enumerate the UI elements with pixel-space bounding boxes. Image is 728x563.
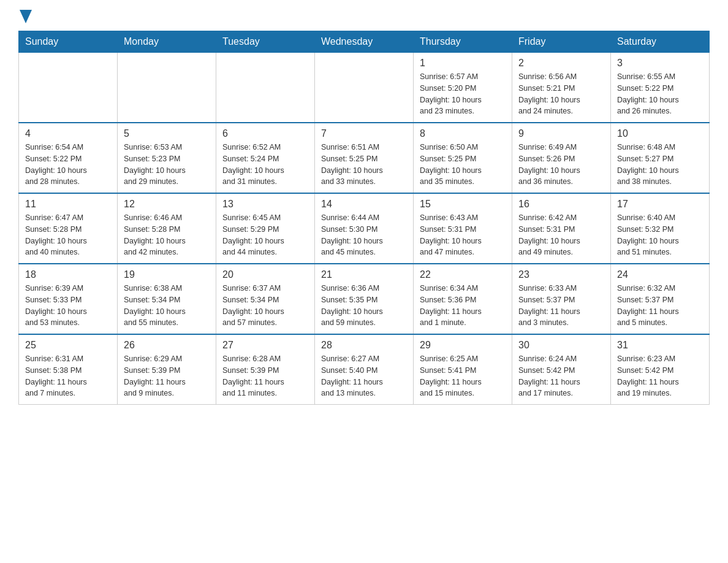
day-info: Sunrise: 6:38 AM Sunset: 5:34 PM Dayligh…	[124, 283, 210, 329]
calendar-cell: 8Sunrise: 6:50 AM Sunset: 5:25 PM Daylig…	[414, 123, 512, 193]
day-info: Sunrise: 6:42 AM Sunset: 5:31 PM Dayligh…	[518, 212, 604, 258]
calendar-cell: 4Sunrise: 6:54 AM Sunset: 5:22 PM Daylig…	[19, 123, 118, 193]
calendar-cell: 25Sunrise: 6:31 AM Sunset: 5:38 PM Dayli…	[19, 334, 118, 405]
calendar-week-row: 25Sunrise: 6:31 AM Sunset: 5:38 PM Dayli…	[19, 334, 710, 405]
day-info: Sunrise: 6:31 AM Sunset: 5:38 PM Dayligh…	[25, 353, 111, 399]
day-number: 16	[518, 199, 604, 210]
day-info: Sunrise: 6:47 AM Sunset: 5:28 PM Dayligh…	[25, 212, 111, 258]
calendar-cell: 14Sunrise: 6:44 AM Sunset: 5:30 PM Dayli…	[315, 193, 414, 264]
calendar-cell: 19Sunrise: 6:38 AM Sunset: 5:34 PM Dayli…	[118, 264, 216, 334]
day-info: Sunrise: 6:25 AM Sunset: 5:41 PM Dayligh…	[420, 353, 506, 399]
day-number: 2	[518, 58, 604, 69]
day-number: 18	[25, 269, 111, 280]
day-info: Sunrise: 6:39 AM Sunset: 5:33 PM Dayligh…	[25, 283, 111, 329]
day-info: Sunrise: 6:54 AM Sunset: 5:22 PM Dayligh…	[25, 142, 111, 188]
day-info: Sunrise: 6:28 AM Sunset: 5:39 PM Dayligh…	[222, 353, 308, 399]
day-info: Sunrise: 6:53 AM Sunset: 5:23 PM Dayligh…	[124, 142, 210, 188]
day-info: Sunrise: 6:27 AM Sunset: 5:40 PM Dayligh…	[321, 353, 407, 399]
day-number: 22	[420, 269, 506, 280]
calendar-cell: 6Sunrise: 6:52 AM Sunset: 5:24 PM Daylig…	[216, 123, 315, 193]
calendar-table: SundayMondayTuesdayWednesdayThursdayFrid…	[18, 31, 710, 405]
column-header-friday: Friday	[512, 31, 611, 53]
calendar-cell: 7Sunrise: 6:51 AM Sunset: 5:25 PM Daylig…	[315, 123, 414, 193]
calendar-cell: 18Sunrise: 6:39 AM Sunset: 5:33 PM Dayli…	[19, 264, 118, 334]
calendar-week-row: 4Sunrise: 6:54 AM Sunset: 5:22 PM Daylig…	[19, 123, 710, 193]
calendar-cell	[315, 53, 414, 123]
calendar-cell: 12Sunrise: 6:46 AM Sunset: 5:28 PM Dayli…	[118, 193, 216, 264]
day-info: Sunrise: 6:50 AM Sunset: 5:25 PM Dayligh…	[420, 142, 506, 188]
column-header-tuesday: Tuesday	[216, 31, 315, 53]
calendar-cell: 31Sunrise: 6:23 AM Sunset: 5:42 PM Dayli…	[611, 334, 710, 405]
calendar-cell: 30Sunrise: 6:24 AM Sunset: 5:42 PM Dayli…	[512, 334, 611, 405]
day-info: Sunrise: 6:57 AM Sunset: 5:20 PM Dayligh…	[420, 71, 506, 117]
calendar-cell	[118, 53, 216, 123]
day-info: Sunrise: 6:37 AM Sunset: 5:34 PM Dayligh…	[222, 283, 308, 329]
calendar-week-row: 1Sunrise: 6:57 AM Sunset: 5:20 PM Daylig…	[19, 53, 710, 123]
calendar-week-row: 18Sunrise: 6:39 AM Sunset: 5:33 PM Dayli…	[19, 264, 710, 334]
calendar-cell: 28Sunrise: 6:27 AM Sunset: 5:40 PM Dayli…	[315, 334, 414, 405]
calendar-cell: 5Sunrise: 6:53 AM Sunset: 5:23 PM Daylig…	[118, 123, 216, 193]
day-number: 4	[25, 128, 111, 139]
day-number: 26	[124, 340, 210, 351]
day-info: Sunrise: 6:36 AM Sunset: 5:35 PM Dayligh…	[321, 283, 407, 329]
day-number: 8	[420, 128, 506, 139]
day-info: Sunrise: 6:23 AM Sunset: 5:42 PM Dayligh…	[617, 353, 703, 399]
calendar-header-row: SundayMondayTuesdayWednesdayThursdayFrid…	[19, 31, 710, 53]
day-number: 31	[617, 340, 703, 351]
day-info: Sunrise: 6:49 AM Sunset: 5:26 PM Dayligh…	[518, 142, 604, 188]
day-number: 28	[321, 340, 407, 351]
day-info: Sunrise: 6:51 AM Sunset: 5:25 PM Dayligh…	[321, 142, 407, 188]
day-number: 11	[25, 199, 111, 210]
day-info: Sunrise: 6:56 AM Sunset: 5:21 PM Dayligh…	[518, 71, 604, 117]
logo-triangle-icon	[20, 10, 32, 23]
calendar-cell: 27Sunrise: 6:28 AM Sunset: 5:39 PM Dayli…	[216, 334, 315, 405]
calendar-cell: 20Sunrise: 6:37 AM Sunset: 5:34 PM Dayli…	[216, 264, 315, 334]
calendar-cell: 1Sunrise: 6:57 AM Sunset: 5:20 PM Daylig…	[414, 53, 512, 123]
svg-marker-0	[20, 10, 32, 23]
calendar-cell: 22Sunrise: 6:34 AM Sunset: 5:36 PM Dayli…	[414, 264, 512, 334]
day-number: 10	[617, 128, 703, 139]
day-number: 1	[420, 58, 506, 69]
day-number: 23	[518, 269, 604, 280]
day-number: 20	[222, 269, 308, 280]
calendar-cell	[19, 53, 118, 123]
calendar-week-row: 11Sunrise: 6:47 AM Sunset: 5:28 PM Dayli…	[19, 193, 710, 264]
day-number: 5	[124, 128, 210, 139]
day-info: Sunrise: 6:48 AM Sunset: 5:27 PM Dayligh…	[617, 142, 703, 188]
day-info: Sunrise: 6:34 AM Sunset: 5:36 PM Dayligh…	[420, 283, 506, 329]
day-info: Sunrise: 6:29 AM Sunset: 5:39 PM Dayligh…	[124, 353, 210, 399]
calendar-cell: 16Sunrise: 6:42 AM Sunset: 5:31 PM Dayli…	[512, 193, 611, 264]
calendar-cell: 9Sunrise: 6:49 AM Sunset: 5:26 PM Daylig…	[512, 123, 611, 193]
day-info: Sunrise: 6:43 AM Sunset: 5:31 PM Dayligh…	[420, 212, 506, 258]
calendar-cell: 13Sunrise: 6:45 AM Sunset: 5:29 PM Dayli…	[216, 193, 315, 264]
day-info: Sunrise: 6:45 AM Sunset: 5:29 PM Dayligh…	[222, 212, 308, 258]
day-info: Sunrise: 6:46 AM Sunset: 5:28 PM Dayligh…	[124, 212, 210, 258]
day-number: 29	[420, 340, 506, 351]
day-info: Sunrise: 6:44 AM Sunset: 5:30 PM Dayligh…	[321, 212, 407, 258]
day-number: 3	[617, 58, 703, 69]
calendar-cell: 23Sunrise: 6:33 AM Sunset: 5:37 PM Dayli…	[512, 264, 611, 334]
day-info: Sunrise: 6:33 AM Sunset: 5:37 PM Dayligh…	[518, 283, 604, 329]
calendar-cell: 2Sunrise: 6:56 AM Sunset: 5:21 PM Daylig…	[512, 53, 611, 123]
day-number: 6	[222, 128, 308, 139]
day-number: 15	[420, 199, 506, 210]
day-info: Sunrise: 6:24 AM Sunset: 5:42 PM Dayligh…	[518, 353, 604, 399]
column-header-wednesday: Wednesday	[315, 31, 414, 53]
day-info: Sunrise: 6:52 AM Sunset: 5:24 PM Dayligh…	[222, 142, 308, 188]
column-header-thursday: Thursday	[414, 31, 512, 53]
calendar-cell: 15Sunrise: 6:43 AM Sunset: 5:31 PM Dayli…	[414, 193, 512, 264]
day-number: 21	[321, 269, 407, 280]
calendar-cell: 21Sunrise: 6:36 AM Sunset: 5:35 PM Dayli…	[315, 264, 414, 334]
day-info: Sunrise: 6:55 AM Sunset: 5:22 PM Dayligh…	[617, 71, 703, 117]
calendar-cell: 17Sunrise: 6:40 AM Sunset: 5:32 PM Dayli…	[611, 193, 710, 264]
column-header-sunday: Sunday	[19, 31, 118, 53]
day-number: 25	[25, 340, 111, 351]
day-number: 17	[617, 199, 703, 210]
logo	[18, 12, 32, 20]
day-number: 19	[124, 269, 210, 280]
calendar-cell: 3Sunrise: 6:55 AM Sunset: 5:22 PM Daylig…	[611, 53, 710, 123]
day-info: Sunrise: 6:32 AM Sunset: 5:37 PM Dayligh…	[617, 283, 703, 329]
calendar-cell: 29Sunrise: 6:25 AM Sunset: 5:41 PM Dayli…	[414, 334, 512, 405]
day-number: 7	[321, 128, 407, 139]
day-number: 14	[321, 199, 407, 210]
